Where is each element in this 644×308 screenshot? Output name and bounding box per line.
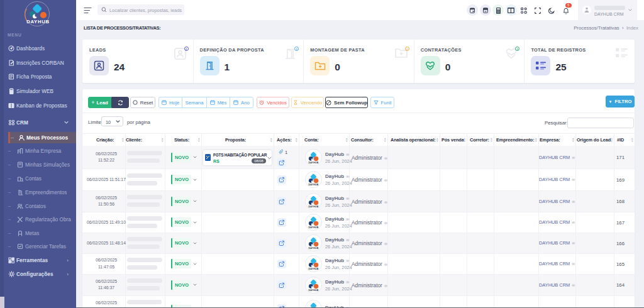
svg-text:DAYHUB: DAYHUB [309,247,319,250]
svg-text:DAYHUB: DAYHUB [309,161,319,163]
svg-text:DAYHUB: DAYHUB [309,289,319,291]
svg-text:DAYHUB: DAYHUB [309,268,319,270]
svg-text:DAYHUB: DAYHUB [309,226,319,229]
svg-text:DAYHUB: DAYHUB [309,205,319,207]
svg-text:DAYHUB: DAYHUB [309,184,319,186]
